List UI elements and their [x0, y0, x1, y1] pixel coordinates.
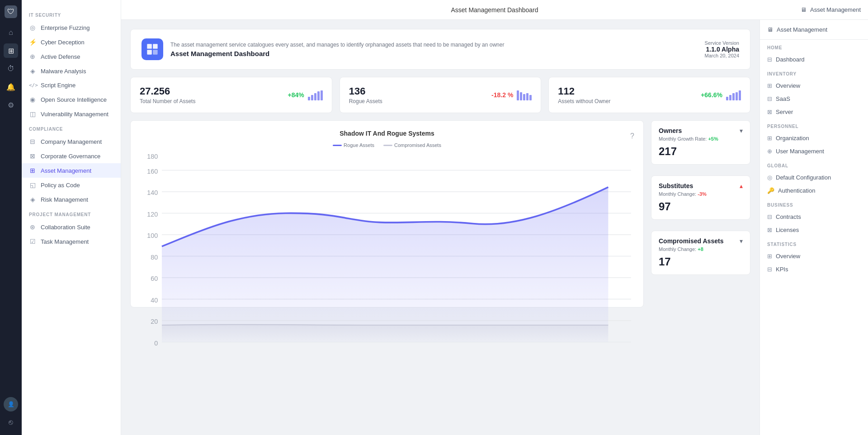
sidebar-item-enterprise-fuzzing[interactable]: ◎ Enterprise Fuzzing	[22, 20, 121, 35]
kpis-icon: ⊟	[767, 266, 772, 273]
home-nav-icon[interactable]: ⌂	[4, 25, 18, 40]
svg-rect-3	[153, 50, 158, 55]
right-nav-overview[interactable]: ⊞ Overview	[767, 79, 861, 92]
svg-text:11-2023: 11-2023	[274, 348, 297, 348]
right-nav-authentication[interactable]: 🔑 Authentication	[767, 184, 861, 197]
metric-card-substitutes: Substitutes ▴ Monthly Change: -3% 97	[651, 175, 750, 220]
stat-card-1: 136 Rogue Assets -18.2 %	[340, 77, 542, 113]
left-sidebar: IT SECURITY ◎ Enterprise Fuzzing ⚡ Cyber…	[22, 0, 121, 435]
right-section-inventory: INVENTORY ⊞ Overview ⊟ SaaS ⊠ Server	[760, 66, 868, 118]
chart-help-icon[interactable]: ?	[630, 132, 634, 140]
rogue-legend-dot	[333, 145, 342, 146]
sidebar-item-corporate-governance[interactable]: ⊠ Corporate Governance	[22, 149, 121, 163]
sidebar-item-risk-management[interactable]: ◈ Risk Management	[22, 192, 121, 207]
svg-text:02-2024: 02-2024	[596, 348, 620, 348]
right-nav-server[interactable]: ⊠ Server	[767, 105, 861, 118]
right-header-icon: 🖥	[767, 26, 773, 33]
right-sidebar-header: 🖥 Asset Management	[760, 20, 868, 40]
svg-rect-0	[147, 44, 152, 49]
metric-card-compromised: Compromised Assets ▾ Monthly Change: +8 …	[651, 231, 750, 275]
right-nav-stats-overview[interactable]: ⊞ Overview	[767, 250, 861, 263]
right-nav-default-config[interactable]: ◎ Default Configuration	[767, 171, 861, 184]
sidebar-item-cyber-deception[interactable]: ⚡ Cyber Deception	[22, 35, 121, 49]
chart-title: Shadow IT And Rogue Systems	[340, 130, 434, 137]
osint-icon: ◉	[29, 96, 36, 103]
grid-nav-icon[interactable]: ⊞	[4, 43, 18, 58]
chart-wrapper: 0 20 40 60 80 100 120 140 160 180	[140, 153, 634, 298]
stat-value-1: 136	[349, 85, 382, 97]
right-nav-user-management[interactable]: ⊕ User Management	[767, 145, 861, 158]
stats-overview-icon: ⊞	[767, 253, 772, 260]
header-right-label: Asset Management	[810, 6, 861, 13]
stat-badge-2: +66.6%	[701, 90, 741, 100]
statistics-section-label: STATISTICS	[767, 242, 861, 247]
clock-nav-icon[interactable]: ⏱	[4, 61, 18, 76]
contracts-icon: ⊟	[767, 213, 772, 220]
enterprise-fuzzing-icon: ◎	[29, 24, 36, 31]
bar-1-3	[526, 93, 528, 100]
bar-2-2	[732, 93, 735, 100]
substitutes-chevron-icon[interactable]: ▴	[740, 182, 743, 189]
svg-text:20: 20	[151, 318, 158, 325]
right-nav-organization[interactable]: ⊞ Organization	[767, 132, 861, 145]
stat-card-0: 27.256 Total Number of Assets +84%	[130, 77, 332, 113]
bell-nav-icon[interactable]: 🔔	[4, 80, 18, 94]
svg-rect-1	[153, 44, 158, 49]
header-icon: 🖥	[801, 6, 807, 13]
sidebar-item-asset-management[interactable]: ⊞ Asset Management	[22, 163, 121, 178]
owners-chevron-icon[interactable]: ▾	[740, 127, 743, 134]
header-right: 🖥 Asset Management	[801, 6, 861, 13]
default-config-icon: ◎	[767, 174, 772, 181]
saas-icon: ⊟	[767, 95, 772, 102]
gear-nav-icon[interactable]: ⚙	[4, 98, 18, 112]
home-section-label: HOME	[767, 45, 861, 50]
bar-0-1	[311, 95, 313, 100]
sidebar-item-malware-analysis[interactable]: ◈ Malware Analysis	[22, 64, 121, 78]
corp-gov-icon: ⊠	[29, 152, 36, 160]
right-nav-licenses[interactable]: ⊠ Licenses	[767, 223, 861, 236]
substitutes-sub: Monthly Change: -3%	[659, 191, 743, 197]
metric-card-substitutes-header: Substitutes ▴	[659, 182, 743, 189]
version-label: Service Version	[705, 40, 739, 46]
svg-text:180: 180	[147, 153, 158, 160]
right-nav-contracts[interactable]: ⊟ Contracts	[767, 210, 861, 223]
sidebar-item-company-management[interactable]: ⊟ Company Management	[22, 134, 121, 149]
stat-label-2: Assets without Owner	[558, 98, 610, 104]
owners-value: 217	[659, 145, 743, 158]
bar-2-1	[729, 95, 731, 100]
sidebar-item-script-engine[interactable]: </> Script Engine	[22, 78, 121, 92]
rogue-legend-label: Rogue Assets	[344, 142, 374, 148]
right-nav-saas[interactable]: ⊟ SaaS	[767, 92, 861, 105]
right-sidebar: 🖥 Asset Management HOME ⊟ Dashboard INVE…	[760, 20, 868, 435]
avatar-nav-icon[interactable]: 👤	[4, 397, 18, 411]
vulnerability-icon: ◫	[29, 110, 36, 118]
rogue-area	[162, 187, 608, 342]
sidebar-item-task-management[interactable]: ☑ Task Management	[22, 234, 121, 249]
svg-text:10-2023: 10-2023	[180, 348, 204, 348]
chart-row: Shadow IT And Rogue Systems ? Rogue Asse…	[130, 120, 750, 307]
substitutes-title: Substitutes	[659, 182, 693, 189]
sidebar-item-collaboration[interactable]: ⊛ Collaboration Suite	[22, 220, 121, 234]
legend-rogue: Rogue Assets	[333, 142, 374, 148]
user-mgmt-icon: ⊕	[767, 148, 772, 155]
right-section-personnel: PERSONNEL ⊞ Organization ⊕ User Manageme…	[760, 118, 868, 158]
sidebar-item-active-defense[interactable]: ⊕ Active Defense	[22, 49, 121, 64]
stat-badge-0: +84%	[288, 90, 322, 100]
compromised-chevron-icon[interactable]: ▾	[740, 237, 743, 245]
app-logo: 🛡	[5, 5, 17, 18]
icon-bar: 🛡 ⌂ ⊞ ⏱ 🔔 ⚙ 👤 ⎋	[0, 0, 22, 435]
center-panel: The asset management service catalogues …	[121, 20, 760, 435]
svg-text:12-2023: 12-2023	[367, 348, 391, 348]
logout-nav-icon[interactable]: ⎋	[4, 415, 18, 430]
sidebar-item-policy-as-code[interactable]: ◱ Policy as Code	[22, 178, 121, 192]
collab-icon: ⊛	[29, 223, 36, 231]
substitutes-value: 97	[659, 200, 743, 213]
right-nav-kpis[interactable]: ⊟ KPIs	[767, 263, 861, 276]
right-nav-dashboard[interactable]: ⊟ Dashboard	[767, 53, 861, 66]
inventory-section-label: INVENTORY	[767, 71, 861, 76]
sidebar-item-vulnerability-management[interactable]: ◫ Vulnerability Management	[22, 107, 121, 121]
stat-value-2: 112	[558, 85, 610, 97]
sidebar-item-osint[interactable]: ◉ Open Source Intelligence	[22, 92, 121, 107]
svg-text:120: 120	[147, 211, 158, 218]
compromised-title: Compromised Assets	[659, 237, 723, 245]
